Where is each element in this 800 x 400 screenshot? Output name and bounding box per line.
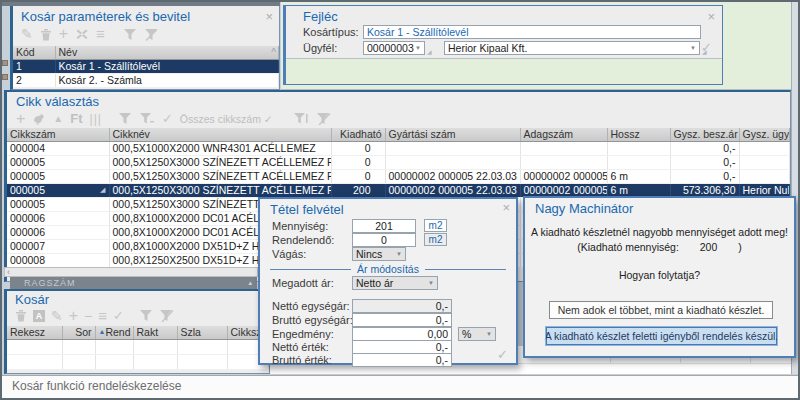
- window-kosar-parameterek: Kosár paraméterek és bevitel × ✎ + ≡ Kód…: [10, 5, 280, 90]
- customer-label: Ügyfél:: [303, 42, 337, 54]
- basket-icon[interactable]: [32, 113, 46, 125]
- table-row[interactable]: [7, 339, 269, 354]
- table-row[interactable]: 1Kosár 1 - Szállítólevél: [13, 59, 279, 73]
- discount-unit-select[interactable]: % ▼: [458, 327, 496, 341]
- table-row[interactable]: 000005◢ 000,5X1250X3000 SZÍNEZETT ACÉLLE…: [7, 169, 790, 183]
- cut-label: Vágás:: [272, 248, 306, 260]
- horizontal-scrollbar[interactable]: ‹: [4, 267, 258, 277]
- gross-unit-input[interactable]: 0,-: [352, 313, 452, 327]
- window-title: Cikk választás: [16, 94, 99, 109]
- column-header[interactable]: Rakt: [133, 326, 177, 339]
- filter-edit-icon[interactable]: [139, 112, 155, 125]
- scroll-up-icon[interactable]: ^: [271, 47, 276, 58]
- column-header[interactable]: Cikkszám: [7, 128, 109, 141]
- column-header[interactable]: Név: [55, 46, 279, 59]
- column-header[interactable]: Sor: [62, 326, 95, 339]
- filter-icon[interactable]: [139, 309, 153, 322]
- add-icon[interactable]: +: [59, 27, 68, 41]
- table-row[interactable]: 000005◢ 000,5X1250X3000 SZÍNEZETT ACÉLLE…: [7, 183, 790, 197]
- chevron-down-icon: ▼: [486, 328, 492, 340]
- all-items-label[interactable]: Összes cikkszám ✓: [180, 113, 273, 125]
- check-icon[interactable]: ✓: [113, 309, 124, 323]
- basket-type-label: Kosártípus:: [303, 26, 359, 38]
- delete-icon[interactable]: [15, 309, 27, 322]
- column-header[interactable]: Szla: [177, 326, 227, 339]
- scroll-left-icon[interactable]: ‹: [7, 267, 10, 277]
- filter-icon[interactable]: [118, 112, 132, 125]
- close-icon[interactable]: ×: [707, 12, 715, 22]
- gross-total-input[interactable]: 0,-: [352, 353, 452, 367]
- column-header[interactable]: Adagszám: [520, 128, 607, 141]
- menu-icon[interactable]: ≡: [98, 309, 107, 323]
- selected-row-marker: ◢: [100, 184, 105, 196]
- given-price-label: Megadott ár:: [272, 277, 334, 289]
- confirm-check-icon[interactable]: ✓: [497, 347, 508, 362]
- filter-icon[interactable]: [123, 28, 137, 41]
- currency-ft-icon[interactable]: Ft: [70, 111, 82, 126]
- customer-code-select[interactable]: 00000003 ▼: [363, 41, 425, 55]
- filter-column-icon[interactable]: [293, 112, 309, 125]
- net-total-input[interactable]: 0,-: [352, 340, 452, 354]
- qty-line-close: ): [738, 241, 742, 253]
- discount-unit-value: %: [462, 328, 471, 340]
- menu-icon[interactable]: ≡: [96, 27, 105, 41]
- net-unit-input[interactable]: 0,-: [352, 299, 452, 313]
- quantity-input[interactable]: 201: [352, 219, 416, 233]
- given-price-value: Netto ár: [356, 277, 393, 289]
- column-header[interactable]: Hossz: [607, 128, 670, 141]
- up-triangle-icon[interactable]: ▲: [53, 112, 63, 126]
- basket-type-field[interactable]: Kosár 1 - Szállítólevél: [363, 25, 701, 39]
- table-row[interactable]: [7, 354, 269, 369]
- edit-icon[interactable]: ✎: [21, 27, 33, 41]
- collapse-triangle-icon[interactable]: ▴: [248, 277, 253, 289]
- close-icon[interactable]: ×: [502, 203, 510, 213]
- filter-clear-icon[interactable]: [159, 309, 174, 322]
- delete-icon[interactable]: [40, 28, 52, 41]
- column-header[interactable]: Kód: [13, 46, 55, 59]
- gross-unit-label: Bruttó egységár:: [272, 314, 353, 326]
- column-header[interactable]: ▲Rend: [95, 326, 133, 339]
- add-icon[interactable]: +: [69, 309, 78, 323]
- customer-name-select[interactable]: Herior Kipaal Kft. ▼: [444, 41, 700, 55]
- column-header[interactable]: Rekesz: [7, 326, 62, 339]
- column-header[interactable]: Gyártási szám: [385, 128, 520, 141]
- cut-select[interactable]: Nincs ▼: [352, 247, 406, 261]
- warning-message: A kiadható készletnél nagyobb mennyisége…: [525, 226, 794, 238]
- column-header[interactable]: Gysz. ügyfél: [739, 128, 790, 141]
- warning-quantity-line: (Kiadható mennyiség: 200 ): [525, 241, 794, 253]
- order-label: Rendelendő:: [272, 234, 334, 246]
- columns-icon[interactable]: |||: [90, 112, 102, 126]
- filter-clear-icon[interactable]: [144, 28, 158, 41]
- delete-all-icon[interactable]: A: [33, 310, 45, 322]
- make-order-button[interactable]: A kiadható készlet feletti igényből rend…: [546, 327, 777, 345]
- gross-total-label: Bruttó érték:: [272, 354, 332, 366]
- chevron-down-icon[interactable]: ▼: [415, 42, 421, 54]
- discount-input[interactable]: 0,00: [352, 327, 452, 341]
- window-title: Fejléc: [303, 9, 338, 24]
- confirm-check-icon[interactable]: ✓: [701, 40, 712, 55]
- params-toolbar: ✎ + ≡: [21, 26, 158, 42]
- column-header[interactable]: Cikknév: [109, 128, 331, 141]
- order-input[interactable]: 0: [352, 233, 416, 247]
- tools-icon[interactable]: [75, 28, 89, 41]
- no-oversell-button[interactable]: Nem adok el többet, mint a kiadható kész…: [549, 301, 773, 319]
- collapsed-window-bar[interactable]: RAGSZÁM ▴: [10, 277, 257, 289]
- table-row[interactable]: 000005◢ 000,5X1250X3000 SZÍNEZETT ACÉLLE…: [7, 155, 790, 169]
- edit-icon[interactable]: ✎: [51, 309, 63, 323]
- given-price-select[interactable]: Netto ár ▼: [352, 276, 438, 290]
- quantity-unit: m2: [424, 219, 447, 232]
- background-titlebar-remnant: [2, 2, 280, 6]
- remove-icon[interactable]: −: [84, 309, 92, 323]
- check-icon[interactable]: ✓: [162, 112, 173, 126]
- status-bar: Kosár funkció rendeléskezelése: [2, 375, 798, 398]
- column-header[interactable]: Gysz. besz.ár: [670, 128, 739, 141]
- close-icon[interactable]: ×: [265, 12, 273, 22]
- add-icon[interactable]: +: [16, 112, 25, 126]
- table-row[interactable]: 2Kosár 2. - Számla: [13, 73, 279, 87]
- warning-question: Hogyan folytatja?: [525, 269, 794, 281]
- grip-icon[interactable]: ◢: [427, 48, 432, 55]
- column-header[interactable]: Kiadható: [331, 128, 385, 141]
- table-row[interactable]: 000004◢ 000,5X1000X2000 WNR4301 ACÉLLEME…: [7, 141, 790, 155]
- filter-clear-icon[interactable]: [316, 112, 331, 125]
- chevron-down-icon[interactable]: ▼: [690, 42, 696, 54]
